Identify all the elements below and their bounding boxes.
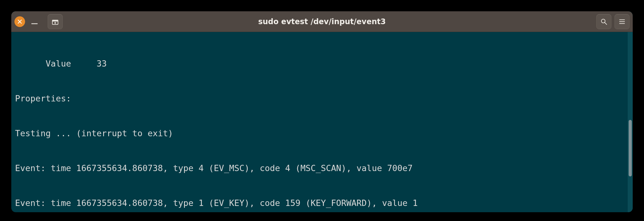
search-button[interactable] <box>596 14 611 29</box>
terminal-line: Value 33 <box>15 58 624 69</box>
window-title: sudo evtest /dev/input/event3 <box>11 17 633 26</box>
terminal-line: Testing ... (interrupt to exit) <box>15 127 624 139</box>
titlebar-right <box>596 14 630 29</box>
scrollbar[interactable] <box>628 32 633 212</box>
scroll-thumb[interactable] <box>629 120 632 176</box>
terminal-area[interactable]: Value 33 Properties: Testing ... (interr… <box>11 32 633 212</box>
titlebar-left <box>14 14 63 29</box>
minimize-button[interactable] <box>31 23 38 24</box>
terminal-output: Value 33 Properties: Testing ... (interr… <box>11 32 628 212</box>
svg-rect-3 <box>52 20 58 21</box>
terminal-window: sudo evtest /dev/input/event3 Value 33 <box>11 11 633 212</box>
svg-point-6 <box>601 19 605 23</box>
svg-line-7 <box>605 23 607 24</box>
close-button[interactable] <box>14 16 25 27</box>
terminal-line: Event: time 1667355634.860738, type 4 (E… <box>15 162 624 174</box>
close-icon <box>17 19 23 24</box>
new-tab-button[interactable] <box>48 14 63 29</box>
new-tab-icon <box>51 18 59 25</box>
terminal-line: Event: time 1667355634.860738, type 1 (E… <box>15 197 624 209</box>
terminal-line: Properties: <box>15 93 624 104</box>
search-icon <box>600 18 608 25</box>
menu-button[interactable] <box>615 14 630 29</box>
titlebar: sudo evtest /dev/input/event3 <box>11 11 633 32</box>
hamburger-icon <box>618 18 626 25</box>
